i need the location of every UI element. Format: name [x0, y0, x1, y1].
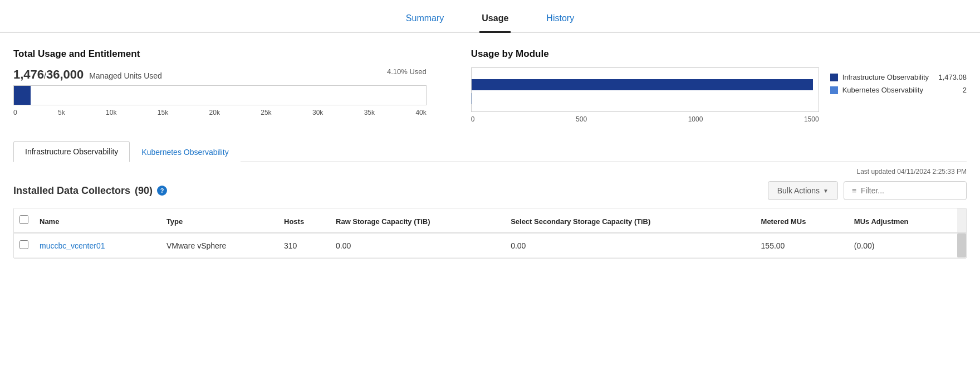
usage-total: 36,000 [46, 67, 84, 81]
data-tabs-row: Infrastructure Observability Kubernetes … [13, 141, 967, 162]
row-secondary-storage: 0.00 [505, 233, 755, 258]
row-metered-mus: 155.00 [756, 233, 849, 258]
module-legend: Infrastructure Observability 1,473.08 Ku… [830, 67, 967, 99]
main-content: Total Usage and Entitlement 1,476/36,000… [0, 48, 980, 259]
collectors-title: Installed Data Collectors (90) ? [13, 185, 167, 197]
total-usage-title: Total Usage and Entitlement [13, 48, 427, 60]
last-updated: Last updated 04/11/2024 2:25:33 PM [13, 168, 967, 176]
k8s-legend-value: 2 [933, 86, 967, 94]
module-bar-container [471, 67, 819, 112]
legend-item-infra: Infrastructure Observability 1,473.08 [830, 73, 967, 81]
col-secondary-storage: Select Secondary Storage Capacity (TiB) [505, 208, 755, 233]
k8s-legend-label: Kubernetes Observability [842, 86, 929, 94]
row-hosts: 310 [278, 233, 330, 258]
total-usage-bar-fill [14, 86, 31, 105]
module-chart-wrapper: 0 500 1000 1500 Infrastructure Observabi… [471, 67, 967, 123]
tab-history[interactable]: History [544, 8, 576, 33]
infra-legend-label: Infrastructure Observability [842, 73, 929, 81]
legend-item-k8s: Kubernetes Observability 2 [830, 86, 967, 94]
header-actions: Bulk Actions ▼ ≡ [768, 181, 967, 200]
collectors-count: (90) [135, 185, 153, 197]
total-usage-bar-labels: 0 5k 10k 15k 20k 25k 30k 35k 40k [13, 109, 427, 116]
chevron-down-icon: ▼ [823, 188, 829, 194]
infra-legend-color [830, 74, 838, 81]
collector-name-link[interactable]: muccbc_vcenter01 [40, 241, 105, 250]
usage-by-module-panel: Usage by Module 0 500 1000 1500 [471, 48, 967, 123]
row-checkbox-cell [14, 233, 34, 258]
module-chart-area: 0 500 1000 1500 [471, 67, 819, 123]
col-raw-storage: Raw Storage Capacity (TiB) [330, 208, 505, 233]
help-icon[interactable]: ? [157, 186, 167, 196]
col-mus-adjustment: MUs Adjustmen [849, 208, 957, 233]
row-name: muccbc_vcenter01 [34, 233, 161, 258]
infra-legend-value: 1,473.08 [933, 73, 967, 81]
infra-bar [472, 79, 814, 90]
top-navigation: Summary Usage History [0, 0, 980, 33]
tab-k8s-observability[interactable]: Kubernetes Observability [130, 141, 240, 162]
usage-current: 1,476 [13, 67, 44, 81]
k8s-legend-color [830, 86, 838, 94]
collectors-title-text: Installed Data Collectors [13, 185, 130, 197]
col-metered-mus: Metered MUs [756, 208, 849, 233]
select-all-col [14, 208, 34, 233]
tab-summary[interactable]: Summary [404, 8, 446, 33]
table-row: muccbc_vcenter01 VMware vSphere 310 0.00… [14, 233, 966, 258]
row-type: VMware vSphere [161, 233, 278, 258]
table-header-row: Name Type Hosts Raw Storage Capacity (Ti… [14, 208, 966, 233]
tab-usage[interactable]: Usage [479, 8, 511, 33]
collectors-table-wrapper: Name Type Hosts Raw Storage Capacity (Ti… [13, 208, 967, 259]
usage-label: Managed Units Used [89, 71, 162, 80]
scrollbar-header [957, 208, 966, 233]
row-raw-storage: 0.00 [330, 233, 505, 258]
total-usage-panel: Total Usage and Entitlement 1,476/36,000… [13, 48, 427, 123]
filter-input[interactable] [861, 186, 958, 195]
row-mus-adjustment: (0.00) [849, 233, 957, 258]
k8s-bar [472, 93, 472, 104]
col-name: Name [34, 208, 161, 233]
tab-infra-observability[interactable]: Infrastructure Observability [13, 141, 130, 162]
bulk-actions-button[interactable]: Bulk Actions ▼ [768, 181, 838, 200]
bulk-actions-label: Bulk Actions [777, 186, 820, 195]
scrollbar-cell[interactable] [957, 233, 966, 258]
total-usage-bar [13, 85, 427, 105]
collectors-table-body: muccbc_vcenter01 VMware vSphere 310 0.00… [14, 233, 966, 258]
collectors-header: Installed Data Collectors (90) ? Bulk Ac… [13, 181, 967, 200]
filter-icon: ≡ [852, 186, 856, 195]
select-all-checkbox[interactable] [19, 215, 28, 224]
col-type: Type [161, 208, 278, 233]
filter-input-wrapper[interactable]: ≡ [844, 181, 967, 200]
col-hosts: Hosts [278, 208, 330, 233]
collectors-table: Name Type Hosts Raw Storage Capacity (Ti… [14, 208, 966, 258]
metrics-section: Total Usage and Entitlement 1,476/36,000… [13, 48, 967, 123]
usage-summary: 1,476/36,000 Managed Units Used 4.10% Us… [13, 67, 427, 82]
row-checkbox[interactable] [19, 240, 28, 249]
module-title: Usage by Module [471, 48, 967, 60]
module-axis-labels: 0 500 1000 1500 [471, 115, 819, 123]
usage-percent: 4.10% Used [387, 67, 427, 76]
